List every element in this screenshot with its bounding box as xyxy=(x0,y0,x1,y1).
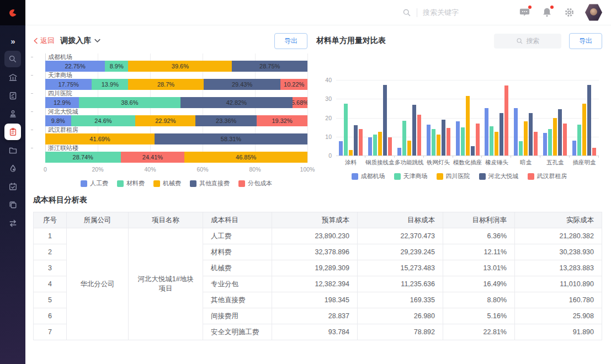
bar-group xyxy=(424,80,453,156)
bar-四川医院 xyxy=(495,132,498,156)
sidebar-item-orders[interactable] xyxy=(4,87,21,104)
stacked-bar: 9.8%24.6%22.92%23.36%19.32% xyxy=(45,115,307,126)
stacked-bar: 17.75%13.9%28.7%29.43%10.22% xyxy=(45,79,307,90)
y-tick-label: 40 xyxy=(325,77,332,83)
bar-segment-机械费: 41.69% xyxy=(45,133,155,144)
cell-target-cost: 29,239.245 xyxy=(358,244,443,260)
messages-button[interactable] xyxy=(519,7,530,18)
search-icon xyxy=(516,38,523,45)
sidebar-item-search[interactable] xyxy=(4,51,21,67)
sidebar-item-documents[interactable] xyxy=(4,196,21,213)
export-button-left[interactable]: 导出 xyxy=(274,33,307,49)
user-avatar[interactable] xyxy=(585,4,602,22)
bar-武汉群租房 xyxy=(592,148,596,156)
legend-item: 人工费 xyxy=(81,179,108,188)
cell-target-margin: 5.16% xyxy=(443,308,515,324)
stacked-bar: 28.74%24.41%46.85% xyxy=(45,152,307,163)
bar-group xyxy=(453,80,482,156)
legend-swatch xyxy=(117,180,124,187)
sidebar-expand-icon[interactable]: » xyxy=(4,33,21,49)
sidebar-item-materials[interactable] xyxy=(4,160,21,176)
bar-segment-分包成本: 24.41% xyxy=(121,152,185,163)
bar-group xyxy=(336,80,365,156)
legend-item: 河北大悦城 xyxy=(479,172,519,180)
bar-value-label: 39.6% xyxy=(172,63,189,69)
sidebar-item-contacts[interactable] xyxy=(4,105,21,122)
legend-label: 分包成本 xyxy=(248,179,272,188)
cell-cost-item: 材料费 xyxy=(203,244,272,260)
bar-row: 武汉群租房41.69%58.31% xyxy=(45,126,307,144)
panel-transfer-inbound: 返回 调拨入库 导出 成都机场22.75%8.9%39.6%28.75%天津商场… xyxy=(33,33,307,188)
chart-search-input[interactable]: 搜索 xyxy=(494,34,561,49)
x-category-label: 模数化插座 xyxy=(453,159,482,167)
sidebar-item-bank[interactable] xyxy=(4,69,21,85)
notifications-button[interactable] xyxy=(541,7,552,18)
legend-label: 河北大悦城 xyxy=(488,172,519,180)
bar-四川医院 xyxy=(437,135,440,156)
cell-actual-cost: 13,283.883 xyxy=(515,260,602,276)
bar-value-label: 46.85% xyxy=(236,154,256,160)
cell-target-margin: 6.36% xyxy=(443,228,515,244)
page-title: 调拨入库 xyxy=(60,36,91,46)
calendar-check-icon xyxy=(8,182,18,191)
transfer-icon xyxy=(8,218,18,228)
droplet-icon xyxy=(8,164,18,173)
copy-icon xyxy=(8,200,18,210)
cell-cost-item: 机械费 xyxy=(203,260,272,276)
cell-cost-item: 其他直接费 xyxy=(203,292,272,308)
legend-swatch xyxy=(153,180,160,187)
cell-budget-cost: 12,382.394 xyxy=(272,276,358,292)
bar-value-label: 24.41% xyxy=(142,154,163,160)
search-icon xyxy=(8,55,17,63)
panel-title-dropdown[interactable]: 调拨入库 xyxy=(60,36,100,46)
bar-category-label: 四川医院 xyxy=(45,90,307,97)
bar-河北大悦城 xyxy=(354,125,358,156)
bar-value-label: 19.32% xyxy=(272,117,292,124)
sidebar-item-transfer[interactable] xyxy=(4,215,21,231)
sidebar-item-files[interactable] xyxy=(4,142,21,158)
bar-segment-机械费: 28.7% xyxy=(128,79,203,90)
cell-budget-cost: 28.837 xyxy=(272,308,358,324)
legend-label: 其他直接费 xyxy=(199,179,230,188)
bar-四川医院 xyxy=(466,96,470,156)
sidebar-item-schedule[interactable] xyxy=(4,178,21,195)
x-tick-label: 60% xyxy=(196,166,208,173)
bar-河北大悦城 xyxy=(412,105,416,156)
cell-target-margin: 16.49% xyxy=(443,276,515,292)
bar-value-label: 41.69% xyxy=(89,136,110,142)
table-header-cell: 目标成本 xyxy=(358,212,443,228)
app-logo[interactable] xyxy=(0,0,25,25)
legend-item: 成都机场 xyxy=(352,172,385,180)
bar-row: 天津商场17.75%13.9%28.7%29.43%10.22% xyxy=(45,72,307,90)
cell-index: 6 xyxy=(34,308,67,324)
x-category-label: 橡皮锤头 xyxy=(482,159,511,167)
bar-四川医院 xyxy=(378,132,382,156)
bar-天津商场 xyxy=(490,126,493,156)
bar-河北大悦城 xyxy=(383,85,387,156)
notification-dot xyxy=(550,6,554,9)
bar-segment-材料费: 24.6% xyxy=(71,115,136,126)
cell-index: 7 xyxy=(34,324,67,340)
bar-value-label: 58.31% xyxy=(221,136,241,142)
sidebar-item-cost-active[interactable] xyxy=(4,124,21,140)
legend-swatch xyxy=(238,180,245,187)
bar-武汉群租房 xyxy=(504,85,508,156)
global-search[interactable]: 搜索关键字 xyxy=(402,8,489,18)
settings-button[interactable] xyxy=(564,7,575,18)
cell-index: 5 xyxy=(34,292,67,308)
legend-label: 材料费 xyxy=(126,179,145,188)
stacked-bar: 22.75%8.9%39.6%28.75% xyxy=(45,61,307,72)
bar-武汉群租房 xyxy=(534,132,538,156)
bar-value-label: 24.6% xyxy=(94,117,111,124)
bar-天津商场 xyxy=(461,127,465,156)
y-tick-label: 30 xyxy=(325,95,332,102)
export-button-right[interactable]: 导出 xyxy=(569,33,602,49)
gridline xyxy=(307,53,308,163)
back-link[interactable]: 返回 xyxy=(33,36,55,46)
bar-segment-人工费: 12.9% xyxy=(45,97,79,108)
double-chevron-icon: » xyxy=(10,36,14,46)
bar-成都机场 xyxy=(572,141,576,156)
chart-legend: 人工费材料费机械费其他直接费分包成本 xyxy=(45,179,307,188)
bar-segment-分包成本: 5.68% xyxy=(293,97,307,108)
cost-clipboard-icon xyxy=(8,127,18,137)
